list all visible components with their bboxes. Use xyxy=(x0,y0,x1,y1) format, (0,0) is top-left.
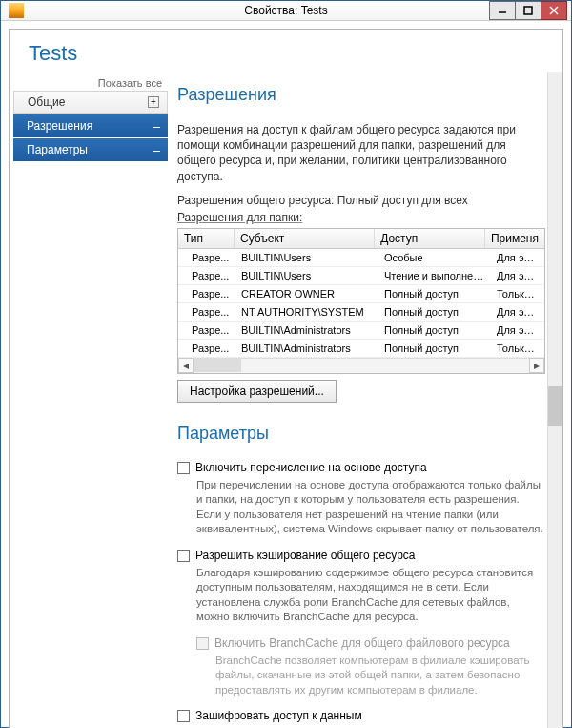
cell-applies: Для этой xyxy=(491,249,544,266)
cell-type: Разре... xyxy=(178,303,235,321)
maximize-button[interactable] xyxy=(515,1,541,20)
branchcache-checkbox xyxy=(196,637,209,650)
scroll-right-icon[interactable]: ▸ xyxy=(529,358,544,373)
branchcache-label: Включить BranchCache для общего файловог… xyxy=(214,636,510,650)
window-controls xyxy=(490,1,567,20)
window-title: Свойства: Tests xyxy=(1,4,571,17)
window-frame: Свойства: Tests Tests Показать все Общие… xyxy=(0,0,572,728)
abe-label[interactable]: Включить перечисление на основе доступа xyxy=(195,461,427,474)
cell-type: Разре... xyxy=(178,340,235,357)
content-scrollbar[interactable] xyxy=(547,72,562,728)
cell-subject: BUILTIN\Users xyxy=(235,249,378,266)
cell-subject: BUILTIN\Users xyxy=(235,267,378,284)
collapse-icon: – xyxy=(153,142,160,157)
cell-applies: Для этой xyxy=(491,267,544,284)
scroll-thumb[interactable] xyxy=(194,359,241,372)
nav-label: Параметры xyxy=(27,143,88,156)
col-type[interactable]: Тип xyxy=(178,229,235,248)
show-all-link[interactable]: Показать все xyxy=(10,77,172,89)
table-header: Тип Субъект Доступ Применя xyxy=(178,229,544,249)
app-icon xyxy=(9,3,24,18)
page-title: Tests xyxy=(10,30,562,72)
content-panel: Разрешения Разрешения на доступ к файлам… xyxy=(172,72,562,728)
scroll-track[interactable] xyxy=(194,358,529,373)
table-row[interactable]: Разре...CREATOR OWNERПолный доступТолько… xyxy=(178,285,544,303)
cell-type: Разре... xyxy=(178,249,235,266)
cell-access: Полный доступ xyxy=(378,285,491,302)
abe-checkbox[interactable] xyxy=(177,462,190,474)
encrypt-label[interactable]: Зашифровать доступ к данным xyxy=(195,709,362,722)
inner-panel: Tests Показать все Общие + Разрешения – … xyxy=(9,29,563,728)
svg-rect-1 xyxy=(524,7,532,14)
bc-row: Включить BranchCache для общего файловог… xyxy=(196,636,545,650)
table-row[interactable]: Разре...BUILTIN\UsersЧтение и выполнен..… xyxy=(178,267,544,285)
branchcache-group: Включить BranchCache для общего файловог… xyxy=(196,636,545,698)
share-perm-line: Разрешения общего ресурса: Полный доступ… xyxy=(177,194,545,207)
encrypt-checkbox[interactable] xyxy=(177,710,190,722)
outer-padding: Tests Показать все Общие + Разрешения – … xyxy=(1,21,571,728)
content-scroll-thumb[interactable] xyxy=(548,386,562,426)
nav-item-permissions[interactable]: Разрешения – xyxy=(13,114,168,137)
cell-access: Полный доступ xyxy=(378,303,491,321)
cell-access: Чтение и выполнен... xyxy=(378,267,491,284)
table-row[interactable]: Разре...BUILTIN\AdministratorsПолный дос… xyxy=(178,322,544,340)
minimize-button[interactable] xyxy=(489,1,516,20)
cell-type: Разре... xyxy=(178,322,235,339)
col-applies[interactable]: Применя xyxy=(485,229,544,248)
cell-access: Особые xyxy=(378,249,491,266)
section-title-settings: Параметры xyxy=(177,424,545,444)
cell-type: Разре... xyxy=(178,285,235,302)
cache-help: Благодаря кэшированию содержимое общего … xyxy=(196,566,545,625)
share-perm-value: Полный доступ для всех xyxy=(337,194,468,207)
configure-permissions-button[interactable]: Настройка разрешений... xyxy=(177,380,337,403)
nav-panel: Показать все Общие + Разрешения – Параме… xyxy=(10,72,172,728)
table-body: Разре...BUILTIN\UsersОсобыеДля этойРазре… xyxy=(178,249,544,358)
cache-label[interactable]: Разрешить кэширование общего ресурса xyxy=(195,549,415,562)
close-button[interactable] xyxy=(541,1,567,20)
abe-row: Включить перечисление на основе доступа xyxy=(177,461,545,474)
cell-applies: Для этой xyxy=(491,303,544,321)
col-subject[interactable]: Субъект xyxy=(235,229,375,248)
branchcache-help: BranchCache позволяет компьютерам в фили… xyxy=(215,654,545,698)
cell-type: Разре... xyxy=(178,267,235,284)
titlebar: Свойства: Tests xyxy=(1,1,571,21)
col-access[interactable]: Доступ xyxy=(375,229,485,248)
table-row[interactable]: Разре...BUILTIN\UsersОсобыеДля этой xyxy=(178,249,544,267)
nav-label: Общие xyxy=(28,95,65,109)
cell-subject: NT AUTHORITY\SYSTEM xyxy=(235,303,378,321)
cell-subject: BUILTIN\Administrators xyxy=(235,322,378,339)
abe-help: При перечислении на основе доступа отобр… xyxy=(196,478,545,537)
nav-label: Разрешения xyxy=(27,119,92,133)
nav-item-general[interactable]: Общие + xyxy=(13,91,168,114)
scroll-left-icon[interactable]: ◂ xyxy=(178,358,194,373)
table-hscroll[interactable]: ◂ ▸ xyxy=(178,358,544,373)
cell-applies: Только д xyxy=(491,285,544,302)
table-row[interactable]: Разре...BUILTIN\AdministratorsПолный дос… xyxy=(178,340,544,358)
cell-subject: CREATOR OWNER xyxy=(235,285,378,302)
body: Показать все Общие + Разрешения – Параме… xyxy=(10,72,562,728)
permissions-intro: Разрешения на доступ к файлам общего рес… xyxy=(177,122,545,184)
collapse-icon: – xyxy=(153,118,160,134)
cell-applies: Только д xyxy=(491,340,544,357)
cache-row: Разрешить кэширование общего ресурса xyxy=(177,549,545,562)
cell-access: Полный доступ xyxy=(378,340,491,357)
permissions-table[interactable]: Тип Субъект Доступ Применя Разре...BUILT… xyxy=(177,228,545,374)
cache-checkbox[interactable] xyxy=(177,550,190,562)
expand-icon: + xyxy=(148,96,159,108)
encrypt-row: Зашифровать доступ к данным xyxy=(177,709,545,722)
section-title-permissions: Разрешения xyxy=(177,85,545,105)
share-perm-label: Разрешения общего ресурса: xyxy=(177,194,334,207)
cell-applies: Для этой xyxy=(491,322,544,339)
table-row[interactable]: Разре...NT AUTHORITY\SYSTEMПолный доступ… xyxy=(178,303,544,322)
cell-access: Полный доступ xyxy=(378,322,491,339)
folder-perm-label: Разрешения для папки: xyxy=(177,211,545,224)
nav-item-settings[interactable]: Параметры – xyxy=(13,138,168,161)
cell-subject: BUILTIN\Administrators xyxy=(235,340,378,357)
